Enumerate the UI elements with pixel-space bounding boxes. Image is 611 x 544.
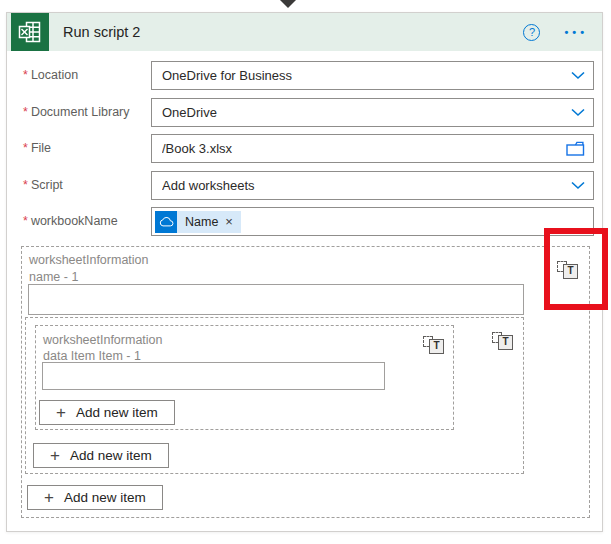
required-asterisk: * [23, 68, 28, 82]
folder-picker-icon[interactable] [566, 141, 585, 156]
chevron-down-icon[interactable] [571, 108, 585, 117]
action-card-header[interactable]: Run script 2 ? ••• [7, 13, 602, 51]
required-asterisk: * [23, 214, 28, 228]
document-library-label: *Document Library [23, 105, 130, 119]
plus-icon: + [50, 447, 60, 464]
mid-add-new-item-button[interactable]: + Add new item [33, 443, 169, 468]
outer-item-label: name - 1 [29, 270, 78, 284]
action-card-run-script: Run script 2 ? ••• *Location OneDrive fo… [6, 12, 603, 532]
plus-icon: + [56, 404, 66, 421]
switch-to-input-entire-array-icon[interactable]: T [492, 330, 514, 352]
file-label-text: File [31, 141, 51, 155]
inner-add-new-item-button[interactable]: + Add new item [39, 400, 175, 425]
flow-designer-canvas: Run script 2 ? ••• *Location OneDrive fo… [0, 0, 611, 544]
script-label: *Script [23, 178, 63, 192]
script-value: Add worksheets [162, 178, 571, 193]
add-new-item-label: Add new item [70, 448, 152, 463]
script-dropdown[interactable]: Add worksheets [151, 171, 594, 200]
location-dropdown[interactable]: OneDrive for Business [151, 61, 594, 90]
workbook-name-input[interactable]: Name × [151, 207, 594, 236]
required-asterisk: * [23, 141, 28, 155]
dynamic-content-token[interactable]: Name × [155, 211, 241, 233]
required-asterisk: * [23, 178, 28, 192]
annotation-highlight-rectangle [544, 228, 608, 310]
plus-icon: + [44, 489, 54, 506]
action-title: Run script 2 [63, 24, 523, 40]
required-asterisk: * [23, 105, 28, 119]
chevron-down-icon[interactable] [571, 71, 585, 80]
document-library-dropdown[interactable]: OneDrive [151, 98, 594, 127]
switch-to-input-entire-array-icon[interactable]: T [423, 334, 445, 356]
token-label: Name [185, 215, 218, 229]
document-library-label-text: Document Library [31, 105, 130, 119]
add-new-item-label: Add new item [64, 490, 146, 505]
file-value: /Book 3.xlsx [162, 141, 566, 156]
outer-section-label: worksheetInformation [29, 253, 149, 267]
document-library-value: OneDrive [162, 105, 571, 120]
token-close-icon[interactable]: × [225, 214, 233, 229]
chevron-down-icon[interactable] [571, 181, 585, 190]
help-icon[interactable]: ? [523, 24, 540, 41]
t-icon-letter: T [429, 339, 444, 354]
location-value: OneDrive for Business [162, 68, 571, 83]
inner-item-input[interactable] [42, 362, 385, 390]
file-label: *File [23, 141, 51, 155]
t-icon-letter: T [498, 335, 513, 350]
more-menu-icon[interactable]: ••• [564, 26, 588, 38]
inner-item-label: data Item Item - 1 [43, 349, 141, 363]
script-label-text: Script [31, 178, 63, 192]
outer-add-new-item-button[interactable]: + Add new item [27, 485, 163, 510]
excel-connector-icon [11, 13, 49, 51]
workbook-name-label: *workbookName [23, 214, 118, 228]
connector-arrow-icon [280, 0, 296, 8]
onedrive-cloud-icon [155, 211, 177, 233]
add-new-item-label: Add new item [76, 405, 158, 420]
outer-item-input[interactable] [28, 284, 524, 315]
file-input[interactable]: /Book 3.xlsx [151, 134, 594, 163]
workbook-name-label-text: workbookName [31, 214, 118, 228]
token-body[interactable]: Name × [177, 211, 241, 233]
location-label: *Location [23, 68, 78, 82]
inner-section-label: worksheetInformation [43, 333, 163, 347]
location-label-text: Location [31, 68, 78, 82]
